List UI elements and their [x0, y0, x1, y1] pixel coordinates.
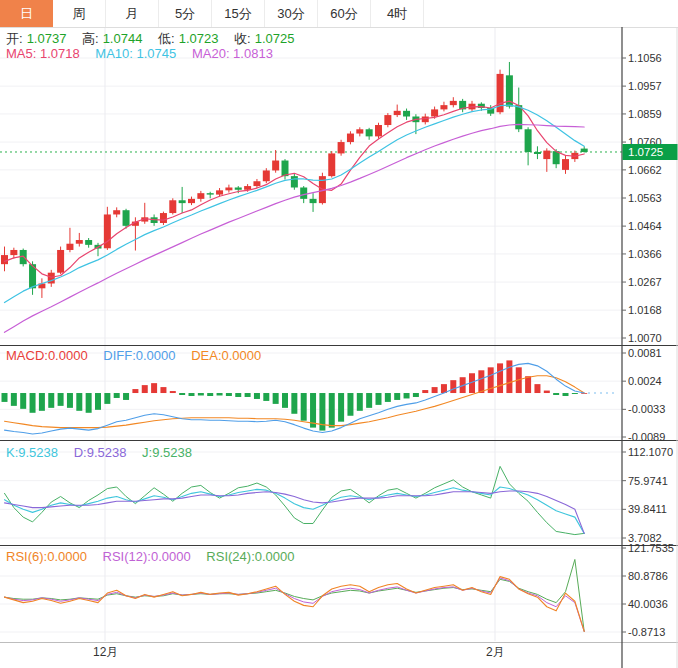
svg-text:-0.0033: -0.0033: [628, 403, 665, 415]
low-label: 低:: [158, 31, 175, 46]
ma10-value: MA10: 1.0745: [95, 46, 176, 61]
open-value: 1.0737: [27, 31, 67, 46]
xaxis-label-february: 2月: [486, 644, 505, 661]
ma20-value: MA20: 1.0813: [192, 46, 273, 61]
ma5-value: MA5: 1.0718: [6, 46, 80, 61]
svg-text:40.0036: 40.0036: [628, 598, 668, 610]
rsi12-value: RSI(12):0.0000: [103, 549, 191, 564]
svg-text:1.0366: 1.0366: [628, 248, 662, 260]
dea-value: DEA:0.0000: [191, 348, 261, 363]
svg-text:0.0024: 0.0024: [628, 375, 662, 387]
rsi-legend: RSI(6):0.0000 RSI(12):0.0000 RSI(24):0.0…: [6, 549, 299, 564]
rsi24-value: RSI(24):0.0000: [206, 549, 294, 564]
d-value: D:9.5238: [74, 445, 127, 460]
chart-canvas[interactable]: 1.10561.09571.08591.07601.06621.05631.04…: [0, 0, 678, 668]
macd-value: MACD:0.0000: [6, 348, 88, 363]
low-value: 1.0723: [179, 31, 219, 46]
svg-text:-0.8713: -0.8713: [628, 626, 665, 638]
svg-text:1.1056: 1.1056: [628, 52, 662, 64]
svg-text:1.0464: 1.0464: [628, 220, 662, 232]
svg-text:80.8786: 80.8786: [628, 570, 668, 582]
high-label: 高:: [82, 31, 99, 46]
close-label: 收:: [234, 31, 251, 46]
svg-text:121.7535: 121.7535: [628, 542, 674, 554]
svg-text:1.0725: 1.0725: [628, 146, 663, 158]
svg-text:1.0267: 1.0267: [628, 276, 662, 288]
close-value: 1.0725: [255, 31, 295, 46]
trading-chart-app: 日 周 月 5分 15分 30分 60分 4时 1.10561.09571.08…: [0, 0, 678, 668]
svg-text:75.9741: 75.9741: [628, 475, 668, 487]
kdj-legend: K:9.5238 D:9.5238 J:9.5238: [6, 445, 196, 460]
svg-text:1.0957: 1.0957: [628, 80, 662, 92]
svg-text:112.1070: 112.1070: [628, 446, 673, 458]
ma-legend: MA5: 1.0718 MA10: 1.0745 MA20: 1.0813: [6, 46, 277, 61]
macd-legend: MACD:0.0000 DIFF:0.0000 DEA:0.0000: [6, 348, 265, 363]
xaxis-label-december: 12月: [93, 644, 118, 661]
svg-text:-0.0089: -0.0089: [628, 431, 665, 443]
open-label: 开:: [6, 31, 23, 46]
svg-text:1.0563: 1.0563: [628, 192, 662, 204]
svg-text:1.0859: 1.0859: [628, 108, 662, 120]
svg-text:39.8411: 39.8411: [628, 503, 667, 515]
high-value: 1.0744: [103, 31, 143, 46]
diff-value: DIFF:0.0000: [103, 348, 175, 363]
rsi6-value: RSI(6):0.0000: [6, 549, 87, 564]
j-value: J:9.5238: [142, 445, 192, 460]
k-value: K:9.5238: [6, 445, 58, 460]
svg-text:1.0070: 1.0070: [628, 332, 662, 344]
svg-text:0.0081: 0.0081: [628, 347, 662, 359]
svg-text:1.0662: 1.0662: [628, 164, 662, 176]
svg-text:1.0168: 1.0168: [628, 304, 662, 316]
